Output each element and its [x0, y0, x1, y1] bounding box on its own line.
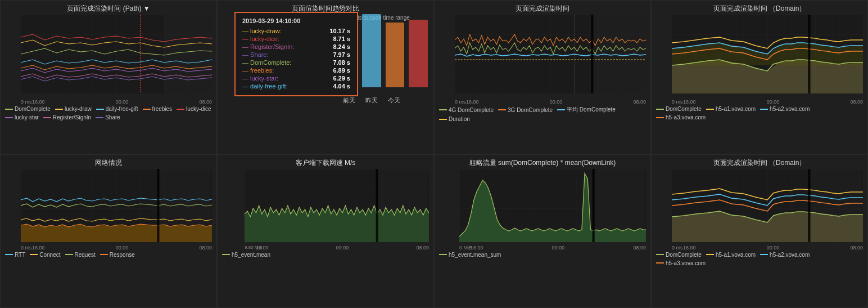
legend-item: lucky-draw	[55, 106, 92, 112]
legend-color	[143, 109, 151, 110]
legend-color	[5, 254, 13, 255]
legend-label: Share	[105, 114, 120, 120]
tooltip-row: — lucky-dice: 8.71 s	[242, 35, 350, 42]
legend-label: Duration	[449, 116, 470, 122]
bar-x-labels: 前天 昨天 今天	[315, 96, 428, 105]
x-axis-labels-p6: 16:0000:0008:00	[256, 245, 429, 251]
legend-color	[65, 254, 73, 255]
panel-render-time: 页面完成渲染时间 20 s15 s10 s5 s0 ms	[434, 0, 651, 154]
legend-item: DomComplete	[656, 106, 702, 112]
chart-svg-p1	[21, 15, 212, 93]
chart-svg-p8	[672, 169, 863, 242]
legend-color	[656, 117, 664, 118]
bar-label-zuotian: 昨天	[365, 96, 378, 105]
tooltip-time: 2019-03-29 14:10:00	[242, 17, 350, 24]
x-axis-labels-p5: 16:0000:0008:00	[32, 245, 212, 251]
legend-item: h5-a2.vova.com	[760, 252, 810, 258]
legend-p1: DomComplete lucky-draw daily-free-gift f…	[5, 106, 212, 120]
legend-color	[96, 109, 104, 110]
legend-item: h5-a3.vova.com	[656, 260, 706, 266]
chart-svg-p4	[672, 15, 863, 93]
legend-color	[760, 109, 768, 110]
legend-item: RTT	[5, 252, 25, 258]
legend-label: Register/SignIn	[53, 114, 91, 120]
bar-jintian-2	[386, 23, 405, 87]
bar-jintian-1	[362, 14, 381, 87]
legend-label: DomComplete	[666, 106, 702, 112]
legend-color	[557, 109, 565, 110]
legend-color	[55, 109, 63, 110]
legend-p6: h5_event.mean	[222, 252, 429, 258]
legend-color	[439, 109, 447, 110]
panel-domain-title: 页面完成渲染时间 （Domain）	[656, 4, 863, 14]
legend-color	[43, 117, 51, 118]
legend-color	[177, 109, 184, 110]
legend-label: Connect	[39, 252, 60, 258]
svg-rect-23	[376, 169, 378, 242]
bar-jintian-3	[409, 20, 428, 87]
tooltip-row: — DomComplete: 7.08 s	[242, 59, 350, 66]
x-axis-labels-p3: 16:0000:0008:00	[466, 99, 646, 105]
legend-item: h5-a3.vova.com	[656, 114, 706, 120]
legend-label: h5-a2.vova.com	[770, 106, 810, 112]
legend-label: h5-a3.vova.com	[666, 114, 706, 120]
x-axis-labels-p1: 16:0000:0008:00	[32, 99, 212, 105]
legend-label: Request	[75, 252, 96, 258]
legend-label: h5_event.mean	[232, 252, 270, 258]
legend-color	[222, 254, 230, 255]
legend-label: lucky-dice	[186, 106, 211, 112]
x-axis-labels-p8: 16:0000:0008:00	[683, 245, 863, 251]
legend-color	[706, 109, 714, 110]
tooltip-row: — Register/SignIn: 8.24 s	[242, 43, 350, 50]
legend-p3: 4G DomComplete 3G DomComplete 平均 DomComp…	[439, 106, 646, 122]
legend-item: Connect	[30, 252, 60, 258]
legend-p5: RTT Connect Request Response	[5, 252, 212, 258]
panel-path-render: 页面完成渲染时间 (Path) ▼ 15 s10 s5 s0 ms	[0, 0, 217, 154]
legend-color	[656, 254, 664, 255]
legend-item: h5_event.mean_sum	[439, 252, 501, 258]
legend-label: h5-a1.vova.com	[716, 106, 756, 112]
legend-label: h5_event.mean_sum	[449, 252, 501, 258]
legend-color	[498, 109, 506, 110]
legend-color	[706, 254, 714, 255]
legend-label: lucky-star	[15, 114, 39, 120]
legend-item: Duration	[439, 116, 470, 122]
legend-p7: h5_event.mean_sum	[439, 252, 646, 258]
panel-render-title: 页面完成渲染时间	[439, 4, 646, 14]
panel-traffic-title: 粗略流量 sum(DomComplete) * mean(DownLink)	[439, 158, 646, 168]
panel-download-speed: 客户端下载网速 M/s 9.95 MiB9.90 MiB9.85 MiB9.80…	[217, 154, 434, 309]
legend-item: DomComplete	[656, 252, 702, 258]
chart-svg-p7	[459, 169, 646, 242]
legend-p8: DomComplete h5-a1.vova.com h5-a2.vova.co…	[656, 252, 863, 266]
legend-item: h5-a1.vova.com	[706, 106, 756, 112]
legend-item: Request	[65, 252, 96, 258]
svg-rect-18	[157, 169, 159, 242]
legend-label: h5-a2.vova.com	[770, 252, 810, 258]
legend-p4: DomComplete h5-a1.vova.com h5-a2.vova.co…	[656, 106, 863, 120]
legend-label: freebies	[152, 106, 173, 112]
tooltip-row: — lucky-star: 6.29 s	[242, 75, 350, 82]
svg-rect-7	[591, 15, 593, 93]
legend-item: Share	[96, 114, 120, 120]
legend-label: Response	[110, 252, 135, 258]
legend-item: Register/SignIn	[43, 114, 91, 120]
svg-rect-13	[808, 15, 810, 93]
legend-item: h5-a2.vova.com	[760, 106, 810, 112]
legend-label: 平均 DomComplete	[567, 106, 616, 114]
x-axis-labels-p7: 16:0000:0008:00	[471, 245, 646, 251]
dashboard: 页面完成渲染时间 (Path) ▼ 15 s10 s5 s0 ms	[0, 0, 868, 308]
legend-label: 4G DomComplete	[449, 107, 494, 113]
legend-color	[96, 117, 103, 118]
bar-label-jintian: 今天	[388, 96, 400, 105]
svg-rect-6	[592, 15, 646, 93]
svg-rect-28	[593, 169, 595, 242]
legend-color	[30, 254, 38, 255]
legend-label: lucky-draw	[65, 106, 92, 112]
svg-rect-33	[808, 169, 810, 242]
panel-domain-render-2: 页面完成渲染时间 （Domain） 10 s8 s5 s3 s0 ms 16:0…	[651, 154, 868, 309]
legend-item: 平均 DomComplete	[557, 106, 616, 114]
tooltip-row: — Share: 7.97 s	[242, 51, 350, 58]
panel-speed-title: 客户端下载网速 M/s	[222, 158, 429, 168]
legend-label: h5-a1.vova.com	[716, 252, 756, 258]
bar-label-qiantian: 前天	[343, 96, 355, 105]
